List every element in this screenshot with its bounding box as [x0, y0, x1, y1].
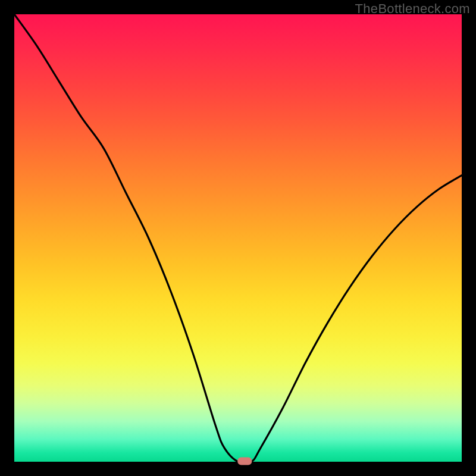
- minimum-marker: [237, 458, 252, 465]
- chart-frame: TheBottleneck.com: [0, 0, 476, 476]
- chart-svg: [14, 14, 462, 462]
- watermark-text: TheBottleneck.com: [355, 1, 470, 17]
- bottleneck-curve: [14, 14, 462, 464]
- plot-area: [14, 14, 462, 462]
